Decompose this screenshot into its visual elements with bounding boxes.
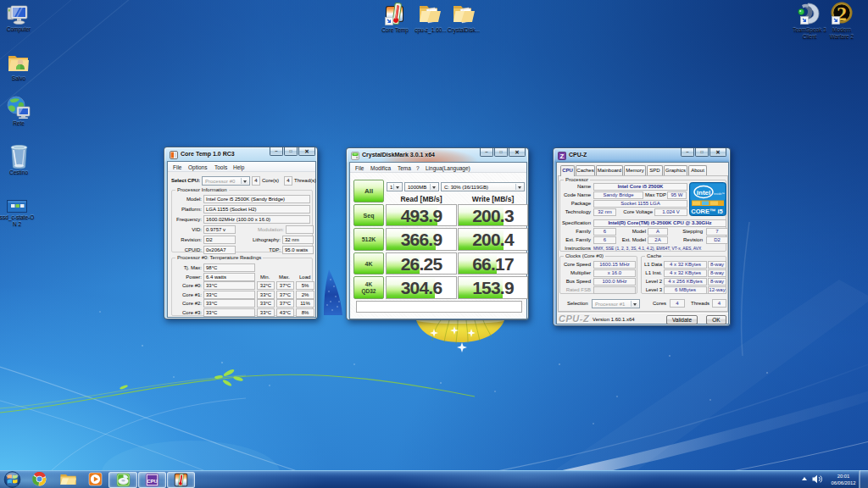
svg-text:CORE™ i5: CORE™ i5 (691, 208, 723, 215)
svg-text:inside™: inside™ (714, 192, 725, 196)
svg-text:Z: Z (560, 152, 565, 160)
svg-text:intel: intel (697, 189, 710, 197)
svg-text:CPU: CPU (147, 478, 158, 483)
